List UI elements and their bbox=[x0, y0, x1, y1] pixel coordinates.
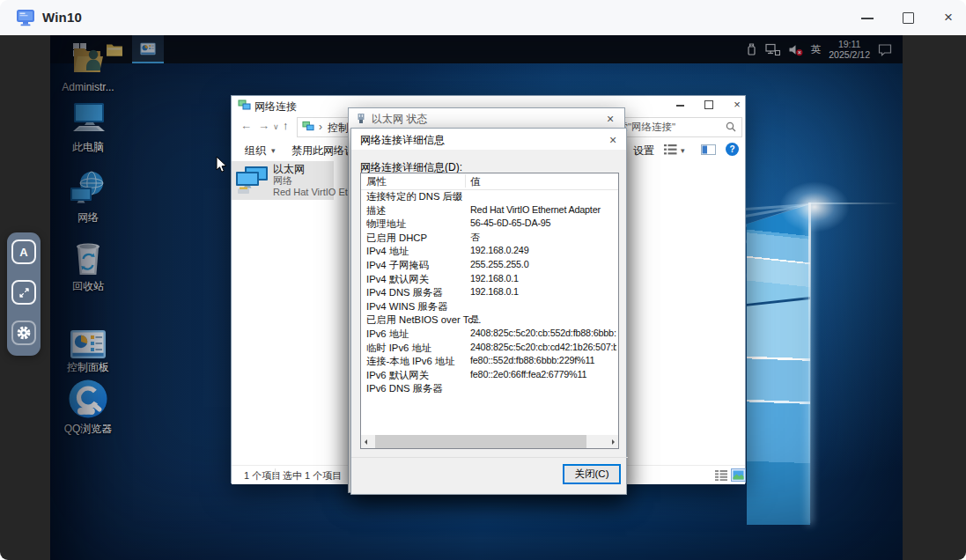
desktop-icon-administrator[interactable]: Administr... bbox=[54, 39, 122, 93]
search-icon bbox=[726, 122, 736, 132]
table-row[interactable]: IPv6 地址2408:825c:5c20:cb:552d:fb88:6bbb:… bbox=[361, 327, 618, 341]
network-connections-taskbar-button[interactable] bbox=[132, 35, 164, 63]
breadcrumb-path: 控制 bbox=[328, 121, 349, 136]
app-minimize-button[interactable] bbox=[854, 11, 881, 25]
table-row[interactable]: IPv4 子网掩码255.255.255.0 bbox=[361, 258, 618, 272]
horizontal-scrollbar[interactable] bbox=[361, 435, 618, 448]
settings-command-fragment[interactable]: 设置 bbox=[633, 144, 654, 158]
connection-details-dialog: 网络连接详细信息 × 网络连接详细信息(D): 属性 值 连接特定的 DNS 后… bbox=[350, 128, 627, 495]
desktop-icon-label: QQ浏览器 bbox=[54, 424, 122, 435]
settings-button[interactable] bbox=[11, 321, 36, 345]
desktop-icon-label: 网络 bbox=[54, 212, 122, 224]
recent-locations-icon[interactable]: ∨ bbox=[273, 122, 279, 131]
ethernet-status-titlebar[interactable]: 以太网 状态 × bbox=[349, 108, 624, 129]
vm-screen: Administr... 此电脑 bbox=[50, 35, 903, 560]
gear-icon bbox=[16, 325, 32, 341]
preview-pane-icon[interactable] bbox=[701, 144, 716, 155]
desktop-icon-label: 回收站 bbox=[54, 281, 122, 292]
table-row[interactable]: IPv4 DNS 服务器192.168.0.1 bbox=[361, 285, 618, 299]
table-row[interactable]: 已启用 DHCP否 bbox=[361, 231, 618, 245]
scroll-left-icon[interactable] bbox=[365, 439, 367, 445]
control-panel-icon bbox=[54, 319, 122, 359]
organize-caret-icon: ▾ bbox=[271, 146, 276, 155]
dialog-separator bbox=[351, 457, 628, 458]
thumbnail-view-icon[interactable] bbox=[731, 468, 746, 482]
table-row[interactable]: IPv6 DNS 服务器 bbox=[361, 381, 618, 395]
taskbar-clock[interactable]: 19:11 2025/2/12 bbox=[829, 39, 870, 60]
ethernet-status-close-icon[interactable]: × bbox=[607, 112, 614, 126]
details-view-icon[interactable] bbox=[715, 470, 727, 481]
details-titlebar[interactable]: 网络连接详细信息 × bbox=[351, 129, 626, 150]
column-property: 属性 bbox=[366, 175, 387, 188]
desktop-icon-network[interactable]: 网络 bbox=[54, 169, 122, 224]
change-view-icon[interactable] bbox=[664, 144, 677, 155]
desktop-icon-label: 控制面板 bbox=[54, 362, 122, 373]
usb-device-icon[interactable] bbox=[746, 42, 757, 56]
explorer-close-button[interactable]: × bbox=[726, 97, 748, 113]
user-folder-icon bbox=[54, 39, 122, 79]
ethernet-connection-item[interactable]: 以太网 网络 Red Hat VirtIO Ethernet Adapter bbox=[232, 161, 334, 200]
control-panel-taskbar-icon bbox=[140, 42, 156, 55]
details-title: 网络连接详细信息 bbox=[360, 133, 445, 148]
table-row[interactable]: IPv6 默认网关fe80::2e0:66ff:fea2:6779%11 bbox=[361, 368, 618, 382]
taskbar: 英 19:11 2025/2/12 bbox=[50, 35, 903, 63]
organize-menu[interactable]: 组织 bbox=[245, 144, 266, 158]
desktop-icon-qq-browser[interactable]: QQ浏览器 bbox=[54, 380, 122, 435]
table-row[interactable]: 已启用 NetBIOS over Tc...是 bbox=[361, 313, 618, 327]
remote-desktop-app-window: Win10 × Administr... bbox=[0, 0, 966, 560]
vm-side-toolbar: A bbox=[7, 232, 41, 356]
app-maximize-button[interactable] bbox=[895, 11, 921, 25]
forward-icon[interactable]: → bbox=[258, 119, 269, 132]
help-icon[interactable]: ? bbox=[726, 143, 739, 156]
search-input[interactable]: 搜索"网络连接" bbox=[619, 117, 742, 137]
selected-count: 选中 1 个项目 bbox=[283, 469, 342, 483]
wallpaper-glow bbox=[766, 172, 863, 242]
system-tray: 英 19:11 2025/2/12 bbox=[746, 39, 903, 60]
table-row[interactable]: 物理地址56-45-6D-65-DA-95 bbox=[361, 217, 618, 231]
fullscreen-button[interactable] bbox=[11, 280, 36, 305]
fullscreen-icon bbox=[18, 286, 31, 299]
vm-monitor-icon bbox=[15, 7, 36, 28]
ethernet-adapter-icon bbox=[234, 166, 269, 195]
network-icon bbox=[54, 169, 122, 210]
clock-time: 19:11 bbox=[829, 39, 870, 49]
view-caret-icon[interactable]: ▾ bbox=[681, 146, 685, 155]
network-connections-icon bbox=[238, 99, 251, 111]
input-method-button[interactable]: A bbox=[11, 239, 36, 264]
table-row[interactable]: 临时 IPv6 地址2408:825c:5c20:cb:cd42:1b26:50… bbox=[361, 341, 618, 355]
explorer-minimize-button[interactable] bbox=[669, 97, 692, 113]
desktop-icon-label: 此电脑 bbox=[54, 142, 122, 153]
ethernet-status-title: 以太网 状态 bbox=[372, 112, 427, 127]
desktop-icon-control-panel[interactable]: 控制面板 bbox=[54, 319, 122, 373]
details-close-icon[interactable]: × bbox=[609, 133, 616, 147]
ethernet-plug-icon bbox=[356, 113, 366, 124]
explorer-maximize-button[interactable] bbox=[697, 97, 720, 113]
ime-indicator[interactable]: 英 bbox=[811, 43, 822, 56]
table-row[interactable]: IPv4 地址192.168.0.249 bbox=[361, 244, 618, 258]
desktop-icon-recycle-bin[interactable]: 回收站 bbox=[54, 238, 122, 292]
app-title: Win10 bbox=[42, 10, 82, 25]
listview-header: 属性 值 bbox=[361, 173, 618, 190]
desktop-icon-label: Administr... bbox=[54, 82, 122, 93]
ethernet-network-icon[interactable] bbox=[765, 43, 780, 56]
desktop-icon-this-pc[interactable]: 此电脑 bbox=[54, 99, 122, 153]
wallpaper-logo-edge bbox=[808, 203, 811, 523]
volume-muted-icon[interactable] bbox=[788, 43, 803, 56]
table-row[interactable]: 描述Red Hat VirtIO Ethernet Adapter bbox=[361, 203, 618, 217]
letter-a-icon: A bbox=[19, 246, 27, 259]
scrollbar-thumb[interactable] bbox=[375, 435, 586, 448]
column-value: 值 bbox=[470, 175, 481, 188]
table-row[interactable]: IPv4 WINS 服务器 bbox=[361, 299, 618, 313]
details-listview: 属性 值 连接特定的 DNS 后缀 描述Red Hat VirtIO Ether… bbox=[360, 173, 619, 449]
table-row[interactable]: 连接特定的 DNS 后缀 bbox=[361, 189, 618, 203]
back-icon[interactable]: ← bbox=[240, 119, 252, 132]
scroll-right-icon[interactable] bbox=[612, 439, 615, 445]
table-row[interactable]: IPv4 默认网关192.168.0.1 bbox=[361, 272, 618, 286]
table-row[interactable]: 连接-本地 IPv6 地址fe80::552d:fb88:6bbb:229f%1… bbox=[361, 354, 618, 368]
close-button[interactable]: 关闭(C) bbox=[563, 464, 621, 484]
recycle-bin-icon bbox=[54, 238, 122, 278]
up-icon[interactable]: ↑ bbox=[283, 119, 289, 132]
action-center-icon[interactable] bbox=[878, 43, 892, 56]
app-close-button[interactable]: × bbox=[935, 11, 962, 25]
this-pc-icon bbox=[54, 99, 122, 139]
